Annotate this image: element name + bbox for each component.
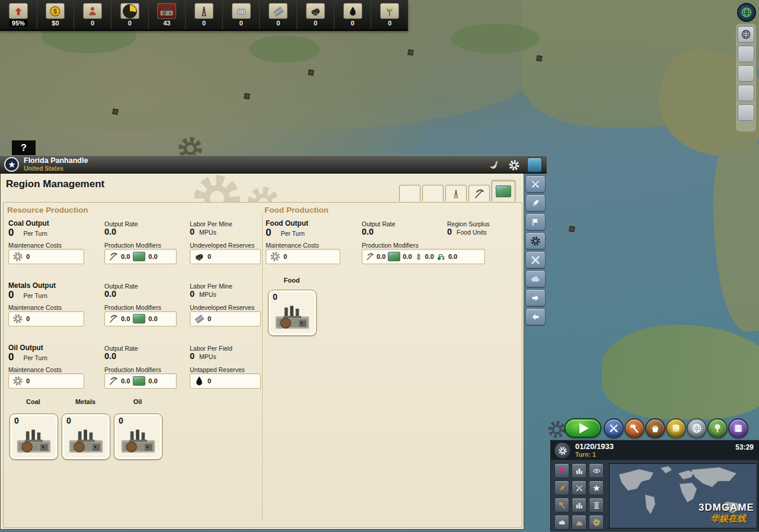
military-menu-button[interactable] (604, 418, 624, 438)
save-button[interactable] (728, 418, 748, 438)
flags-overlay-button[interactable] (554, 463, 569, 478)
map-mode-button[interactable] (738, 104, 754, 121)
diplomacy-menu-button[interactable] (687, 418, 707, 438)
resource-slot-metal[interactable]: 0 (260, 0, 297, 30)
game-date: 01/20/1933 (575, 442, 614, 451)
reserves-field: 0 (190, 373, 261, 389)
map-unit-icon[interactable] (407, 49, 413, 55)
metals-output-value: 0 (8, 289, 14, 301)
military-overlay-button[interactable] (572, 480, 586, 495)
settings-gear-button[interactable] (508, 159, 520, 171)
minimize-panel-button[interactable] (527, 158, 542, 172)
tab-overview[interactable] (399, 185, 420, 201)
gear-icon (270, 251, 280, 262)
metals-output-label: Metals Output (8, 281, 56, 290)
game-settings-button[interactable] (554, 442, 571, 459)
industry-overlay-button[interactable] (572, 463, 586, 478)
city-icon (575, 467, 583, 475)
resource-slot-food[interactable]: 0 (371, 0, 408, 30)
close-button[interactable] (525, 251, 546, 268)
section-title-food-production: Food Production (264, 206, 329, 214)
terrain-icon (133, 314, 145, 323)
dove-button[interactable] (488, 159, 501, 172)
pickaxe-icon (366, 252, 374, 261)
resource-slot-goods[interactable]: 0 (223, 0, 260, 30)
intel-overlay-button[interactable] (589, 463, 604, 478)
options-overlay-button[interactable] (589, 515, 604, 530)
watermark: 3DMGAME 华娱在线 (699, 502, 754, 523)
map-unit-icon[interactable] (112, 108, 118, 114)
tab-resources-active[interactable] (492, 181, 515, 201)
top-resource-bar: 95% $0 0 0 43 0 0 0 (0, 0, 408, 31)
flag-icon (531, 217, 540, 227)
factory-icon (68, 428, 104, 454)
swords-icon (575, 484, 583, 492)
metals-building-card[interactable]: 0 (62, 414, 110, 460)
monuments-overlay-button[interactable] (589, 498, 604, 512)
resource-slot-money[interactable]: $0 (37, 0, 75, 30)
maintenance-field: 0 (8, 311, 84, 326)
resource-slot-industry[interactable]: 43 (149, 0, 186, 30)
food-output-group: Food Output 0Per Turn Maintenance Costs … (4, 219, 522, 281)
globe-view-button[interactable] (737, 3, 756, 22)
resource-slot-approval[interactable]: 95% (0, 0, 37, 30)
watermark-line2: 华娱在线 (710, 514, 754, 524)
resource-slot-ore[interactable]: 0 (297, 0, 334, 30)
help-button[interactable]: ? (12, 140, 36, 155)
next-region-button[interactable] (525, 289, 546, 306)
metal-icon (269, 3, 288, 19)
gear-decoration-icon (547, 419, 567, 440)
trade-menu-button[interactable] (666, 418, 686, 438)
military-button[interactable] (525, 175, 546, 193)
previous-region-button[interactable] (525, 308, 546, 325)
units-overlay-button[interactable] (589, 480, 604, 495)
oil-building-card[interactable]: 0 (114, 414, 162, 460)
map-mode-globe-button[interactable] (738, 26, 754, 43)
tab-industry[interactable] (445, 185, 467, 201)
map-unit-icon[interactable] (308, 69, 314, 75)
weather-button[interactable] (525, 270, 546, 287)
edit-button[interactable] (525, 194, 546, 211)
food-building-card[interactable]: 0 (268, 290, 317, 336)
labor-unit: MPUs (199, 353, 216, 360)
diplomacy-overlay-button[interactable] (554, 480, 569, 495)
map-mode-button[interactable] (738, 85, 754, 101)
resource-slot-derrick[interactable]: 0 (186, 0, 223, 30)
weather-overlay-button[interactable] (554, 515, 569, 530)
map-unit-icon[interactable] (569, 226, 575, 232)
output-rate-value: 0.0 (104, 351, 116, 361)
factory-icon (275, 305, 310, 331)
resources-menu-button[interactable] (645, 418, 665, 438)
coal-building-card[interactable]: 0 (9, 414, 58, 460)
settings-button[interactable] (525, 232, 546, 249)
tab-population[interactable] (422, 185, 444, 201)
gear-icon (12, 376, 23, 386)
environment-menu-button[interactable] (707, 418, 728, 438)
gear-icon (558, 446, 567, 456)
construction-overlay-button[interactable] (554, 498, 569, 512)
swords-icon (531, 180, 540, 189)
resource-slot-oil[interactable]: 0 (334, 0, 372, 30)
end-turn-play-button[interactable] (565, 418, 601, 438)
modifiers-label: Production Modifiers (104, 304, 161, 311)
production-menu-button[interactable] (624, 418, 645, 438)
resource-slot-population[interactable]: 0 (74, 0, 111, 30)
flag-button[interactable] (525, 213, 546, 230)
map-unit-icon[interactable] (244, 93, 250, 99)
map-unit-icon[interactable] (536, 55, 542, 61)
surplus-value: 0 (447, 227, 452, 236)
maintenance-label: Maintenance Costs (8, 366, 62, 373)
map-mode-button[interactable] (738, 65, 754, 82)
tab-mining[interactable] (468, 185, 490, 201)
cities-overlay-button[interactable] (572, 498, 586, 512)
oil-building-count: 0 (119, 416, 123, 425)
silo-icon (414, 252, 423, 261)
map-mode-button[interactable] (738, 46, 754, 62)
terrain-overlay-button[interactable] (572, 515, 586, 530)
money-value: $0 (52, 20, 59, 27)
cloud-icon (530, 274, 541, 284)
turn-timer: 53:29 (735, 443, 754, 451)
resource-slot-coal[interactable]: 0 (111, 0, 149, 30)
monument-icon (592, 501, 601, 509)
food-building-count: 0 (273, 292, 278, 302)
